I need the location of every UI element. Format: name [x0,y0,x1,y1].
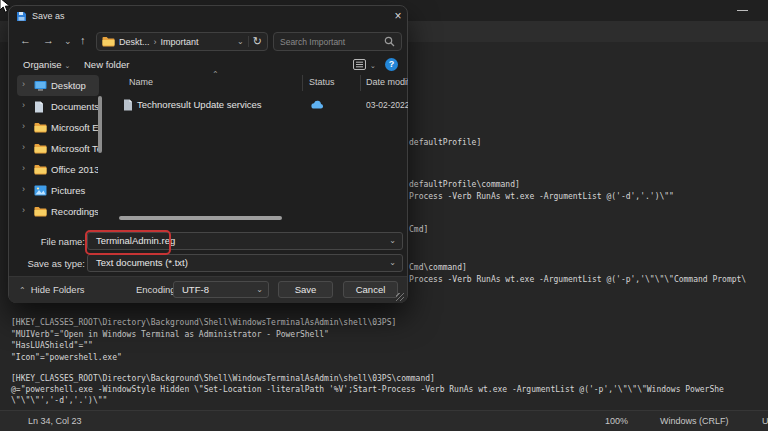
organise-button[interactable]: Organise⌄ [23,59,70,70]
breadcrumb-separator: › [154,37,157,47]
sidebar-item-label: Office 2013 sta [51,164,98,175]
sidebar-item-label: Microsoft Teams [51,143,98,154]
sidebar-item-label: Pictures [51,185,98,196]
back-icon[interactable]: ← [20,34,31,46]
save-button[interactable]: Save [278,281,333,298]
help-button[interactable]: ? [385,58,398,71]
refresh-icon[interactable]: ↻ [253,36,262,47]
save-dialog-icon [16,11,27,22]
sidebar-item-recordings[interactable]: ›Recordings [17,201,99,222]
encoding-select[interactable]: UTF-8 ⌄ [173,281,269,298]
hide-folders-button[interactable]: ⌃Hide Folders [19,284,85,295]
chevron-down-icon: ⌄ [65,62,71,69]
horizontal-scrollbar[interactable] [119,216,282,220]
sidebar-item-label: Recordings [51,206,98,217]
chevron-down-icon[interactable]: ⌄ [370,62,376,70]
desktop-icon [34,80,47,93]
editor-line: Cmd] [409,225,428,235]
chevron-down-icon[interactable]: ⌄ [389,258,396,267]
editor-line: [HKEY_CLASSES_ROOT\Directory\Background\… [11,318,396,328]
close-icon[interactable]: × [390,8,406,24]
encoding-value: UTF-8 [182,282,209,297]
sidebar-item-label: Documents [51,101,98,112]
sidebar-item-office-2013-sta[interactable]: ›Office 2013 sta [17,159,99,180]
editor-line: Cmd\command] [409,263,467,273]
sidebar-item-documents[interactable]: ›Documents [17,96,99,117]
encoding-label: Encoding: [136,284,178,295]
sidebar-item-desktop[interactable]: ›Desktop [17,75,99,96]
save-as-type-value: Text documents (*.txt) [96,255,188,271]
recent-locations-icon[interactable]: ⌄ [64,36,72,46]
file-name-value: TerminalAdmin.reg [96,233,175,249]
sort-ascending-icon: ⌃ [212,70,219,79]
editor-line: Process -Verb RunAs wt.exe -ArgumentList… [409,275,746,285]
status-cursor-position: Ln 34, Col 23 [28,416,82,426]
chevron-down-icon: ⌄ [256,285,263,294]
editor-line: \"\"\"','-d','.')\"" [11,396,107,406]
chevron-right-icon[interactable]: › [22,100,25,110]
chevron-right-icon[interactable]: › [22,163,25,173]
sidebar-item-label: Desktop [51,80,98,91]
file-name-cell[interactable]: Technoresult Update services [137,99,262,110]
forward-icon[interactable]: → [43,34,54,46]
status-encoding[interactable]: UTF-8 [762,416,768,426]
mouse-cursor [0,0,11,18]
editor-line: defaultProfile] [409,138,481,148]
chevron-right-icon[interactable]: › [22,121,25,131]
editor-line: Process -Verb RunAs wt.exe -ArgumentList… [409,192,674,202]
sidebar-scrollbar[interactable] [98,96,102,153]
dialog-footer: ⌃Hide Folders Encoding: UTF-8 ⌄ Save Can… [9,276,407,303]
chevron-down-icon[interactable]: ⌄ [389,236,396,245]
save-as-type-label: Save as type: [9,258,85,269]
details-view-icon[interactable] [353,59,366,72]
chevron-right-icon[interactable]: › [22,79,25,89]
breadcrumb-root[interactable]: Deskt... [119,37,150,47]
status-zoom-level[interactable]: 100% [605,416,628,426]
search-placeholder: Search Important [280,37,384,47]
folder-icon [34,143,47,156]
editor-line: defaultProfile\command] [409,180,520,190]
save-as-type-select[interactable]: Text documents (*.txt) ⌄ [87,254,403,272]
search-input[interactable]: Search Important [273,32,402,51]
column-header-date-modified[interactable]: Date modified [366,77,408,87]
document-icon [34,101,44,115]
pictures-icon [34,185,47,198]
onedrive-cloud-icon [311,100,324,111]
notepad-statusbar: Ln 34, Col 23 100% Windows (CRLF) UTF-8 [0,410,768,431]
folder-icon [102,36,115,47]
editor-line: "MUIVerb"="Open in Windows Terminal as A… [11,330,329,340]
sidebar-item-microsoft-edge[interactable]: ›Microsoft Edge [17,117,99,138]
sidebar-item-pictures[interactable]: ›Pictures [17,180,99,201]
breadcrumb[interactable]: Deskt... › Important ⌄ ↻ [96,32,268,51]
breadcrumb-current[interactable]: Important [161,37,199,47]
column-header-status[interactable]: Status [309,77,335,87]
file-name-input[interactable]: TerminalAdmin.reg ⌄ [87,232,403,250]
status-line-ending[interactable]: Windows (CRLF) [660,416,729,426]
search-icon [384,36,395,47]
chevron-down-icon[interactable]: ⌄ [237,37,244,46]
dialog-title: Save as [32,11,65,21]
resize-grip[interactable] [396,293,404,301]
chevron-right-icon[interactable]: › [22,205,25,215]
editor-line: "Icon"="powershell.exe" [11,353,122,363]
file-date-cell: 03-02-2022 [366,100,408,110]
up-icon[interactable]: ↑ [80,34,86,46]
column-header-name[interactable]: Name [129,77,153,87]
cancel-button[interactable]: Cancel [343,281,398,298]
file-icon [123,99,133,113]
chevron-up-icon: ⌃ [19,286,26,295]
file-row[interactable]: Technoresult Update services 03-02-2022 [115,96,407,114]
editor-line: [HKEY_CLASSES_ROOT\Directory\Background\… [11,374,435,384]
sidebar-item-microsoft-teams[interactable]: ›Microsoft Teams [17,138,99,159]
chevron-right-icon[interactable]: › [22,184,25,194]
editor-line: @="powershell.exe -WindowStyle Hidden \"… [11,385,724,395]
folder-icon [34,164,47,177]
file-name-label: File name: [9,236,85,247]
screen: defaultProfile]defaultProfile\command]Pr… [0,0,768,431]
folder-icon [34,206,47,219]
editor-line: "HasLUAShield"="" [11,341,93,351]
folder-icon [34,122,47,135]
chevron-right-icon[interactable]: › [22,142,25,152]
new-folder-button[interactable]: New folder [84,59,129,70]
save-as-dialog: Save as × ← → ⌄ ↑ Deskt... › Important ⌄… [8,5,408,303]
